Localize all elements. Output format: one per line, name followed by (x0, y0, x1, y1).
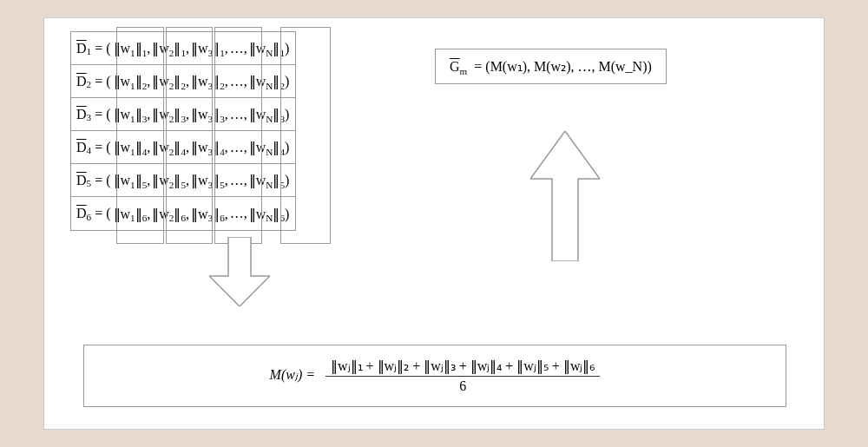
m-formula-box: M(wⱼ) = ‖wⱼ‖₁ + ‖wⱼ‖₂ + ‖wⱼ‖₃ + ‖wⱼ‖₄ + … (83, 345, 786, 407)
d-row-4: D4 = ( ‖w1‖4, ‖w2‖4, ‖w3‖4, …, ‖wN‖4) (71, 131, 295, 164)
arrow-down-icon (209, 237, 270, 306)
m-lhs: M(wⱼ) = (270, 367, 315, 382)
d-row-5: D5 = ( ‖w1‖5, ‖w2‖5, ‖w3‖5, …, ‖wN‖5) (71, 164, 295, 197)
m-numerator: ‖wⱼ‖₁ + ‖wⱼ‖₂ + ‖wⱼ‖₃ + ‖wⱼ‖₄ + ‖wⱼ‖₅ + … (326, 358, 600, 377)
diagram-canvas: D1 = ( ‖w1‖1, ‖w2‖1, ‖w3‖1, …, ‖wN‖1) D2… (43, 17, 825, 430)
d-row-1: D1 = ( ‖w1‖1, ‖w2‖1, ‖w3‖1, …, ‖wN‖1) (71, 32, 295, 65)
d-row-3: D3 = ( ‖w1‖3, ‖w2‖3, ‖w3‖3, …, ‖wN‖3) (71, 98, 295, 131)
m-denominator: 6 (326, 377, 600, 394)
d-vector-table: D1 = ( ‖w1‖1, ‖w2‖1, ‖w3‖1, …, ‖wN‖1) D2… (70, 31, 296, 231)
svg-marker-1 (530, 131, 600, 261)
gm-rhs: (M(w₁), M(w₂), …, M(w_N)) (485, 59, 652, 74)
d-row-6: D6 = ( ‖w1‖6, ‖w2‖6, ‖w3‖6, …, ‖wN‖6) (71, 197, 295, 230)
arrow-up-icon (530, 131, 600, 261)
gm-vector-box: Gm = (M(w₁), M(w₂), …, M(w_N)) (435, 49, 667, 84)
gm-sub: m (460, 66, 468, 76)
svg-marker-0 (209, 237, 270, 306)
d-row-2: D2 = ( ‖w1‖2, ‖w2‖2, ‖w3‖2, …, ‖wN‖2) (71, 65, 295, 98)
